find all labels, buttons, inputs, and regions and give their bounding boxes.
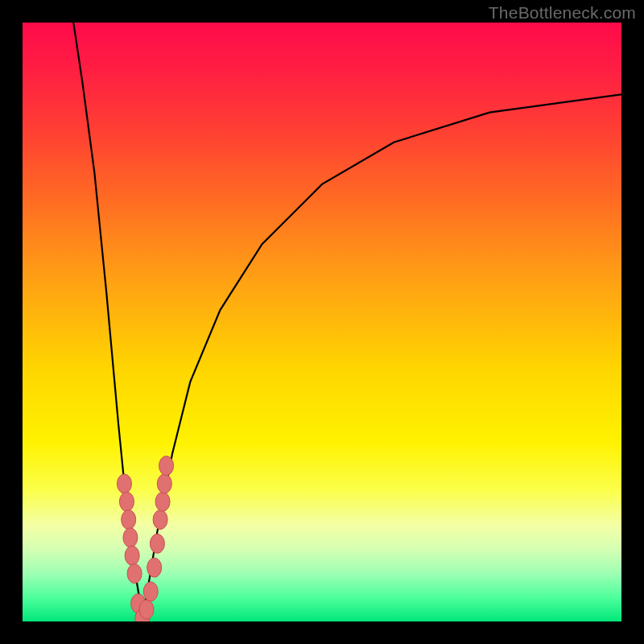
- chart-frame: TheBottleneck.com: [0, 0, 644, 644]
- data-dot: [157, 474, 171, 493]
- right-bottleneck-curve: [142, 94, 621, 621]
- plot-area: [23, 23, 621, 621]
- data-dot: [159, 456, 174, 476]
- watermark-text: TheBottleneck.com: [489, 3, 636, 23]
- data-dot: [150, 534, 164, 553]
- data-dot: [127, 564, 142, 583]
- data-dot: [122, 510, 136, 530]
- data-dot: [143, 582, 158, 601]
- data-dots-cluster: [117, 456, 173, 621]
- data-dot: [155, 492, 170, 511]
- data-dot: [153, 510, 167, 530]
- data-dot: [123, 528, 138, 547]
- data-dot: [119, 492, 134, 511]
- data-dot: [139, 600, 154, 619]
- curve-layer: [23, 23, 621, 621]
- data-dot: [117, 474, 131, 493]
- data-dot: [125, 546, 139, 565]
- data-dot: [147, 558, 162, 577]
